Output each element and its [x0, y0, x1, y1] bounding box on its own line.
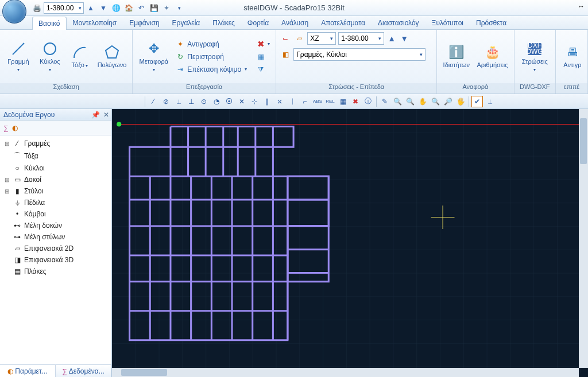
rotate-button[interactable]: ↻Περιστροφή: [173, 51, 249, 63]
snap-trim-icon[interactable]: ⌐: [299, 96, 311, 107]
snap-off-icon[interactable]: ✖: [350, 96, 361, 107]
qat-more-icon[interactable]: ▾: [173, 2, 185, 14]
snap-midpoint-icon[interactable]: ⊘: [160, 96, 172, 107]
dxf-layers-button[interactable]: DXFDWG Στρώσεις: [518, 40, 552, 74]
level-combo[interactable]: 1-380.00: [44, 2, 84, 14]
app-menu-orb[interactable]: [2, 0, 26, 24]
tab-modeling[interactable]: Μοντελοποίησ: [67, 16, 123, 29]
horizontal-scrollbar[interactable]: [112, 368, 579, 377]
tree-item-beam-members[interactable]: ⊷Μέλη δοκών: [1, 220, 110, 231]
param-mode-icon[interactable]: ◐: [12, 124, 18, 132]
copy-level-button[interactable]: 🖶 Αντιγρ: [559, 43, 586, 69]
tree-item-arcs[interactable]: ⌒Τόξα: [1, 149, 110, 162]
snap-extension-icon[interactable]: ⤫: [274, 96, 285, 107]
plane-icon[interactable]: ▱: [293, 33, 305, 44]
level-up-icon[interactable]: ▲: [386, 33, 397, 44]
tab-basic[interactable]: Βασικό: [32, 17, 67, 30]
snap-foot-icon[interactable]: ⊥: [185, 96, 197, 107]
snap-intersection-icon[interactable]: ✕: [236, 96, 247, 107]
zoom-out-icon[interactable]: 🔎: [442, 96, 454, 107]
tab-display[interactable]: Εμφάνιση: [123, 16, 165, 29]
properties-button[interactable]: ℹ️ Ιδιοτήτων: [440, 43, 472, 69]
print-icon[interactable]: 🖨️: [31, 2, 42, 14]
tab-loads[interactable]: Φορτία: [241, 16, 275, 29]
bottom-tab-params[interactable]: ◐Παράμετ...: [0, 365, 56, 377]
plane-combo[interactable]: XZ: [307, 32, 336, 45]
arc-label: Τόξο: [72, 61, 88, 69]
pin-icon[interactable]: 📌: [91, 111, 100, 119]
circle-button[interactable]: Κύκλος: [36, 40, 64, 74]
home-icon[interactable]: 🏠: [123, 2, 134, 14]
snap-parallel-icon[interactable]: ∥: [261, 96, 273, 107]
layer-filter-icon[interactable]: ◧: [280, 49, 291, 60]
tree-item-nodes[interactable]: •Κόμβοι: [1, 208, 110, 220]
snap-quadrant-icon[interactable]: ◔: [211, 96, 222, 107]
tree-item-columns[interactable]: ⊞▮Στύλοι: [1, 185, 110, 197]
arc-button[interactable]: Τόξο: [67, 43, 93, 70]
tab-analysis[interactable]: Ανάλυση: [275, 16, 315, 29]
tree-item-lines[interactable]: ⊞∕Γραμμές: [1, 138, 110, 149]
snap-abs-icon[interactable]: ABS: [312, 96, 323, 107]
tree-item-column-members[interactable]: ⊶Μέλη στύλων: [1, 231, 110, 243]
line-label: Γραμμή: [7, 58, 30, 73]
level-down-icon[interactable]: ▼: [399, 33, 409, 44]
tree-item-beams[interactable]: ⊞▭Δοκοί: [1, 174, 110, 185]
circle-label: Κύκλος: [39, 58, 61, 73]
brush-icon[interactable]: ✎: [379, 96, 390, 107]
tree-item-circles[interactable]: ○Κύκλοι: [1, 162, 110, 174]
delete-button[interactable]: ✖▾: [254, 38, 272, 50]
extend-button[interactable]: ⇥Επέκταση κόψιμο▾: [173, 64, 249, 75]
close-icon[interactable]: ✕: [103, 111, 109, 119]
snap-rel-icon[interactable]: REL: [324, 96, 336, 107]
zoom-window-icon[interactable]: 🔍: [404, 96, 416, 107]
check-icon[interactable]: ✔: [471, 96, 483, 107]
tab-design[interactable]: Διαστασιολόγ: [372, 16, 425, 29]
snap-node-icon[interactable]: ᛁ: [287, 96, 298, 107]
bottom-tab-data[interactable]: ∑Δεδομένα...: [56, 365, 111, 377]
filter-button[interactable]: ⧩: [254, 64, 272, 75]
snap-nearest-icon[interactable]: ⊹: [249, 96, 260, 107]
tab-results[interactable]: Αποτελέσματα: [315, 16, 372, 29]
snap-info-icon[interactable]: ⓘ: [362, 96, 374, 107]
current-layer-combo[interactable]: Γραμμές, Κύκλοι: [293, 48, 425, 61]
zoom-extents-icon[interactable]: 🔍: [392, 96, 403, 107]
snap-center-icon[interactable]: ⊙: [198, 96, 210, 107]
vertical-scrollbar[interactable]: [579, 109, 588, 368]
zoom-in-icon[interactable]: 🔍: [430, 96, 441, 107]
snap-grid-icon[interactable]: ▦: [337, 96, 349, 107]
tree-item-slabs[interactable]: ▤Πλάκες: [1, 266, 110, 277]
data-mode-icon[interactable]: ∑: [3, 124, 9, 132]
tab-drawings[interactable]: Ξυλότυποι: [425, 16, 470, 29]
undo-icon[interactable]: ↶: [136, 2, 147, 14]
axes-icon[interactable]: ⌙: [280, 33, 291, 44]
tree-item-surf3d[interactable]: ◨Επιφανειακά 3D: [1, 254, 110, 266]
tab-tools[interactable]: Εργαλεία: [166, 16, 207, 29]
numbering-button[interactable]: 🎂 Αριθμήσεις: [474, 43, 510, 69]
scroll-thumb[interactable]: [121, 369, 167, 376]
tool-icon[interactable]: ✦: [161, 2, 172, 14]
arrow-up-icon[interactable]: ▲: [85, 2, 96, 14]
tab-addons[interactable]: Πρόσθετα: [470, 16, 513, 29]
tree-item-footings[interactable]: ⏚Πέδιλα: [1, 197, 110, 208]
tab-slabs[interactable]: Πλάκες: [206, 16, 241, 29]
snap-tangent-icon[interactable]: ⦿: [223, 96, 235, 107]
resize-icon[interactable]: ↔: [578, 2, 585, 10]
globe-icon[interactable]: 🌐: [110, 2, 122, 14]
drawing-canvas: [112, 109, 588, 373]
array-button[interactable]: ▦: [254, 51, 272, 63]
arrow-down-icon[interactable]: ▼: [98, 2, 109, 14]
orbit-icon[interactable]: 🖐: [455, 96, 466, 107]
move-button[interactable]: ✥ Μεταφορά: [136, 40, 171, 74]
viewport[interactable]: [112, 109, 588, 377]
osnap-toggle-icon[interactable]: ⟂: [484, 96, 496, 107]
pan-icon[interactable]: ✋: [417, 96, 428, 107]
tree-item-surf2d[interactable]: ▱Επιφανειακά 2D: [1, 243, 110, 254]
polygon-button[interactable]: Πολύγωνο: [95, 43, 129, 69]
line-button[interactable]: Γραμμή: [3, 40, 33, 74]
level-combo-ribbon[interactable]: 1-380.00: [338, 32, 384, 45]
copy-button[interactable]: ✦Αντιγραφή: [173, 38, 249, 50]
scroll-thumb[interactable]: [580, 118, 587, 164]
snap-endpoint-icon[interactable]: ∕: [148, 96, 159, 107]
save-icon[interactable]: 💾: [148, 2, 160, 14]
snap-perp-icon[interactable]: ⟂: [173, 96, 184, 107]
